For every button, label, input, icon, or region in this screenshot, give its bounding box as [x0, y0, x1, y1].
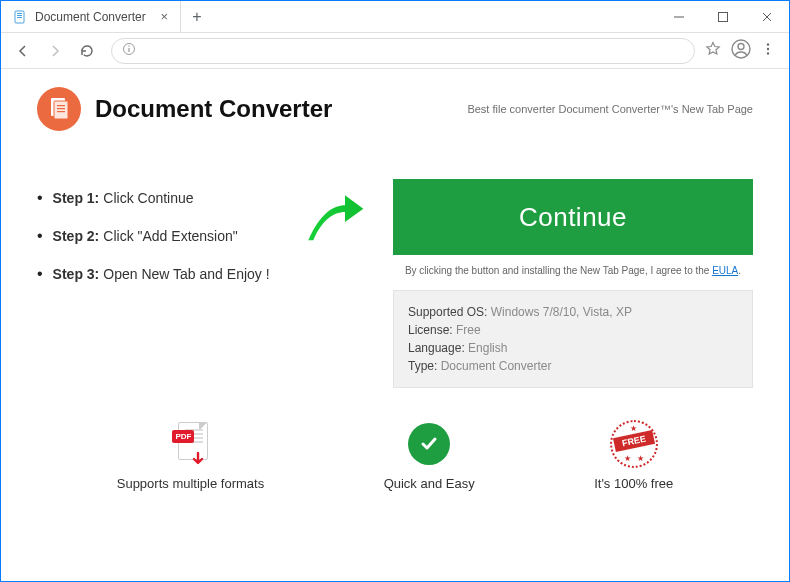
continue-button[interactable]: Continue [393, 179, 753, 255]
checkmark-circle-icon [408, 423, 450, 465]
svg-rect-17 [54, 101, 68, 119]
tab-title: Document Converter [35, 10, 146, 24]
svg-rect-9 [128, 48, 129, 52]
continue-button-label: Continue [519, 202, 627, 233]
svg-rect-1 [17, 13, 22, 14]
feature-label: It's 100% free [594, 476, 673, 491]
svg-point-12 [738, 43, 744, 49]
svg-point-15 [767, 52, 769, 54]
page-content: Document Converter Best file converter D… [1, 69, 789, 511]
svg-rect-18 [57, 105, 65, 106]
window-minimize-button[interactable] [657, 1, 701, 32]
new-tab-button[interactable]: + [181, 1, 213, 32]
svg-rect-10 [128, 45, 129, 46]
page-header: Document Converter Best file converter D… [37, 87, 753, 131]
step-item: Step 1:Click Continue [37, 179, 277, 217]
arrow-icon [305, 179, 365, 388]
profile-avatar-icon[interactable] [731, 39, 751, 63]
svg-point-13 [767, 43, 769, 45]
reload-button[interactable] [73, 37, 101, 65]
eula-disclaimer: By clicking the button and installing th… [393, 265, 753, 276]
site-info-icon[interactable] [122, 42, 136, 60]
window-maximize-button[interactable] [701, 1, 745, 32]
app-tagline: Best file converter Document Converter™'… [467, 103, 753, 115]
address-bar[interactable] [111, 38, 695, 64]
menu-dots-icon[interactable] [761, 42, 775, 60]
svg-rect-2 [17, 15, 22, 16]
free-stamp-icon: FREE ★★★ [610, 420, 658, 468]
feature-label: Supports multiple formats [117, 476, 264, 491]
feature-free: FREE ★★★ It's 100% free [594, 422, 673, 491]
browser-toolbar [1, 33, 789, 69]
svg-point-14 [767, 47, 769, 49]
tab-favicon-icon [13, 10, 27, 24]
app-title: Document Converter [95, 95, 332, 123]
info-box: Supported OS: Windows 7/8/10, Vista, XP … [393, 290, 753, 388]
star-bookmark-icon[interactable] [705, 41, 721, 61]
svg-rect-3 [17, 17, 22, 18]
steps-list: Step 1:Click Continue Step 2:Click "Add … [37, 179, 277, 388]
forward-button[interactable] [41, 37, 69, 65]
browser-tab[interactable]: Document Converter × [1, 1, 181, 32]
window-titlebar: Document Converter × + [1, 1, 789, 33]
svg-rect-19 [57, 108, 65, 109]
pdf-file-icon: PDF [172, 422, 208, 466]
feature-label: Quick and Easy [384, 476, 475, 491]
feature-formats: PDF Supports multiple formats [117, 422, 264, 491]
svg-rect-5 [719, 12, 728, 21]
window-close-button[interactable] [745, 1, 789, 32]
app-logo-icon [37, 87, 81, 131]
step-item: Step 2:Click "Add Extension" [37, 217, 277, 255]
step-item: Step 3:Open New Tab and Enjoy ! [37, 255, 277, 293]
tab-close-icon[interactable]: × [160, 9, 168, 24]
eula-link[interactable]: EULA [712, 265, 738, 276]
features-row: PDF Supports multiple formats Quick and … [37, 422, 753, 491]
back-button[interactable] [9, 37, 37, 65]
svg-rect-20 [57, 111, 65, 112]
feature-quick: Quick and Easy [384, 422, 475, 491]
